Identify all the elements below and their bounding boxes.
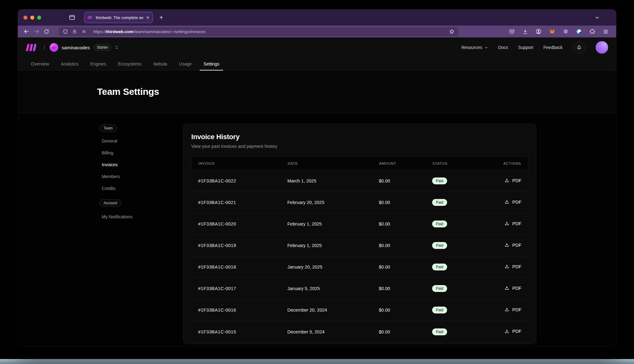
bookmark-star-button[interactable] <box>449 29 455 34</box>
column-actions: ACTIONS <box>492 162 528 165</box>
back-button[interactable] <box>22 27 32 36</box>
tab-analytics[interactable]: Analytics <box>61 57 78 70</box>
browser-tab-thirdweb[interactable]: thirdweb: The complete web3 d ✕ <box>84 12 153 23</box>
list-all-tabs-button[interactable] <box>592 12 602 23</box>
download-pdf-button[interactable]: PDF <box>504 199 521 205</box>
sidebar-item-billing[interactable]: Billing <box>102 150 174 155</box>
download-pdf-button[interactable]: PDF <box>504 285 521 291</box>
account-button[interactable] <box>534 27 543 36</box>
invoice-id: #1F33BA1C-0020 <box>191 221 287 226</box>
download-tray-icon <box>504 329 510 334</box>
close-window-button[interactable] <box>23 16 27 20</box>
app-menu-button[interactable] <box>601 27 610 36</box>
plan-badge: Starter <box>93 44 111 51</box>
support-link[interactable]: Support <box>518 45 533 50</box>
reload-button[interactable] <box>41 27 51 36</box>
tab-close-icon[interactable]: ✕ <box>146 15 149 20</box>
download-icon <box>522 29 528 35</box>
sidebar-item-members[interactable]: Members <box>102 174 174 179</box>
download-tray-icon <box>504 178 510 183</box>
user-avatar[interactable] <box>596 41 608 54</box>
sidebar-team-list: General Billing Invoices Members Credits <box>102 138 174 191</box>
download-pdf-button[interactable]: PDF <box>504 307 521 312</box>
tab-settings[interactable]: Settings <box>203 57 219 70</box>
tab-engines[interactable]: Engines <box>90 57 106 70</box>
url-bar[interactable]: https://thirdweb.com/team/saminacodes/~/… <box>59 27 458 36</box>
downloads-button[interactable] <box>521 27 529 36</box>
tab-ecosystems[interactable]: Ecosystems <box>118 57 141 70</box>
breadcrumb-separator: / <box>43 44 45 51</box>
metamask-extension-button[interactable] <box>548 27 556 36</box>
docs-link[interactable]: Docs <box>498 45 508 50</box>
sidebar-item-general[interactable]: General <box>102 138 174 143</box>
notifications-button[interactable] <box>573 41 586 54</box>
feedback-link[interactable]: Feedback <box>544 45 563 50</box>
invoice-amount: $0.00 <box>379 221 432 226</box>
thirdweb-logo <box>26 43 39 52</box>
sidebar-icon <box>69 14 76 21</box>
table-row: #1F33BA1C-0017 January 5, 2025 $0.00 Pai… <box>191 278 528 299</box>
status-badge: Paid <box>432 177 447 184</box>
blue-circle-extension-icon <box>576 28 582 35</box>
tab-usage[interactable]: Usage <box>179 57 192 70</box>
column-invoice: INVOICE <box>192 162 288 165</box>
forward-button[interactable] <box>32 27 41 36</box>
invoice-id: #1F33BA1C-0021 <box>191 200 287 205</box>
settings-content: Team General Billing Invoices Members Cr… <box>18 113 616 346</box>
invoice-table: INVOICE DATE AMOUNT STATUS ACTIONS #1F33… <box>191 156 528 342</box>
tab-overview[interactable]: Overview <box>31 57 49 70</box>
extensions-button[interactable] <box>588 27 597 36</box>
tracking-protection-shield-icon[interactable] <box>63 29 68 34</box>
url-text: https://thirdweb.com/team/saminacodes/~/… <box>93 29 206 34</box>
up-down-chevrons-icon <box>114 45 119 50</box>
wallet-extension-button[interactable] <box>574 27 583 36</box>
download-tray-icon <box>504 264 510 269</box>
download-pdf-button[interactable]: PDF <box>504 242 521 248</box>
sidebar-toggle-button[interactable] <box>67 12 77 23</box>
permissions-sliders-icon[interactable] <box>81 29 87 34</box>
settings-sidebar: Team General Billing Invoices Members Cr… <box>99 124 174 226</box>
metamask-fox-icon <box>549 28 555 35</box>
download-tray-icon <box>504 285 510 291</box>
sidebar-item-invoices[interactable]: Invoices <box>102 162 174 167</box>
status-badge: Paid <box>432 328 447 335</box>
invoice-id: #1F33BA1C-0018 <box>191 265 287 269</box>
download-pdf-button[interactable]: PDF <box>504 329 521 334</box>
download-pdf-button[interactable]: PDF <box>504 178 521 183</box>
tab-nebula[interactable]: Nebula <box>153 57 167 70</box>
toolbar-extension-icons <box>507 27 612 36</box>
status-badge: Paid <box>432 199 447 206</box>
invoice-amount: $0.00 <box>379 265 432 269</box>
invoice-history-card: Invoice History View your past invoices … <box>183 124 536 344</box>
sidebar-item-my-notifications[interactable]: My Notifications <box>102 214 174 219</box>
table-row: #1F33BA1C-0021 February 20, 2025 $0.00 P… <box>191 192 528 213</box>
phantom-extension-button[interactable] <box>561 27 570 36</box>
pdf-label: PDF <box>512 307 521 312</box>
invoice-amount: $0.00 <box>379 200 432 205</box>
star-icon <box>449 29 455 34</box>
invoice-amount: $0.00 <box>379 243 432 248</box>
chevron-down-icon <box>484 46 488 50</box>
zoom-window-button[interactable] <box>37 16 41 20</box>
page-title-band: Team Settings <box>18 70 616 113</box>
invoice-id: #1F33BA1C-0016 <box>191 308 287 313</box>
status-badge: Paid <box>432 221 447 227</box>
pdf-label: PDF <box>512 243 521 248</box>
lock-icon[interactable] <box>72 29 77 34</box>
resources-menu[interactable]: Resources <box>461 45 488 50</box>
pocket-button[interactable] <box>507 27 516 36</box>
minimize-window-button[interactable] <box>30 16 34 20</box>
invoice-date: January 20, 2025 <box>287 265 379 269</box>
new-tab-button[interactable]: + <box>156 12 167 23</box>
invoice-date: February 20, 2025 <box>287 200 379 205</box>
download-pdf-button[interactable]: PDF <box>504 221 521 226</box>
download-pdf-button[interactable]: PDF <box>504 264 521 269</box>
sidebar-account-list: My Notifications <box>102 214 174 219</box>
tab-title: thirdweb: The complete web3 d <box>96 15 143 20</box>
column-date: DATE <box>288 162 379 165</box>
sidebar-item-credits[interactable]: Credits <box>102 186 174 191</box>
download-tray-icon <box>504 199 510 205</box>
team-name[interactable]: saminacodes <box>62 45 90 50</box>
team-switcher-button[interactable] <box>114 45 119 50</box>
page-title: Team Settings <box>97 86 159 97</box>
